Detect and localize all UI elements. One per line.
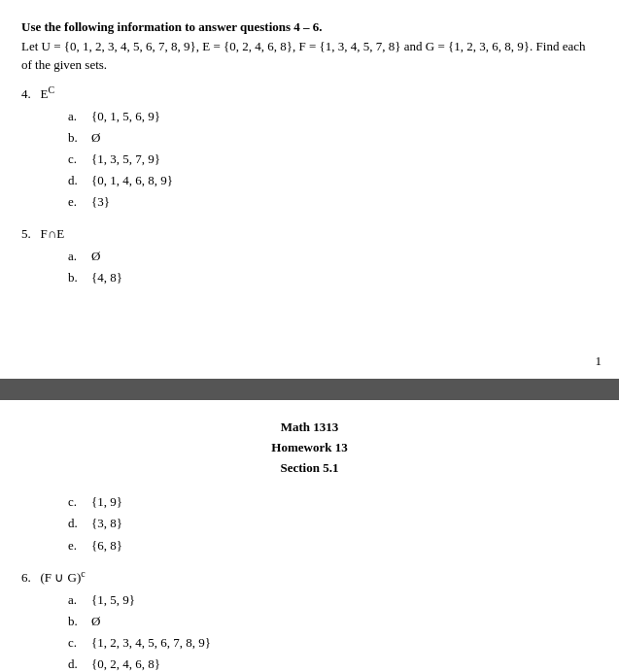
page-bottom: Math 1313 Homework 13 Section 5.1 c. {1,… xyxy=(0,400,619,672)
page-divider xyxy=(0,379,619,400)
header-title1: Math 1313 xyxy=(21,418,598,438)
question-5-block: 5. F∩E a. Ø b. {4, 8} xyxy=(21,226,598,288)
question-6-block: 6. (F ∪ G)c a. {1, 5, 9} b. Ø c. {1, 2, … xyxy=(21,568,598,672)
q5-options: a. Ø b. {4, 8} xyxy=(68,246,598,288)
q4-option-e: e. {3} xyxy=(68,191,598,213)
q4-option-c: c. {1, 3, 5, 7, 9} xyxy=(68,149,598,170)
document-header: Math 1313 Homework 13 Section 5.1 xyxy=(21,418,598,478)
intro-definition: Let U = {0, 1, 2, 3, 4, 5, 6, 7, 8, 9}, … xyxy=(21,37,598,75)
intro-block: Use the following information to answer … xyxy=(21,17,598,75)
q6-expression: (F ∪ G)c xyxy=(41,570,86,585)
q5-continued-options: c. {1, 9} d. {3, 8} e. {6, 8} xyxy=(68,491,598,555)
q6-options: a. {1, 5, 9} b. Ø c. {1, 2, 3, 4, 5, 6, … xyxy=(68,589,598,672)
header-title3: Section 5.1 xyxy=(21,458,598,479)
page-number: 1 xyxy=(596,353,602,369)
question-4-block: 4. EC a. {0, 1, 5, 6, 9} b. Ø c. {1, 3, … xyxy=(21,84,598,214)
question-4-label: 4. EC xyxy=(21,84,598,102)
q6-option-c: c. {1, 2, 3, 4, 5, 6, 7, 8, 9} xyxy=(68,632,598,654)
q4-option-d: d. {0, 1, 4, 6, 8, 9} xyxy=(68,170,598,191)
header-title2: Homework 13 xyxy=(21,438,598,458)
question-6-label: 6. (F ∪ G)c xyxy=(21,568,598,586)
intro-bold-line: Use the following information to answer … xyxy=(21,17,598,37)
q4-option-b: b. Ø xyxy=(68,127,598,149)
q6-option-b: b. Ø xyxy=(68,611,598,632)
page-top: Use the following information to answer … xyxy=(0,0,619,379)
q5-option-c: c. {1, 9} xyxy=(68,491,598,513)
q5-option-b: b. {4, 8} xyxy=(68,267,598,288)
q6-option-d: d. {0, 2, 4, 6, 8} xyxy=(68,654,598,672)
q4-options: a. {0, 1, 5, 6, 9} b. Ø c. {1, 3, 5, 7, … xyxy=(68,106,598,213)
q5-option-e: e. {6, 8} xyxy=(68,535,598,556)
q5-option-a: a. Ø xyxy=(68,246,598,267)
q6-option-a: a. {1, 5, 9} xyxy=(68,589,598,611)
question-5-label: 5. F∩E xyxy=(21,226,598,242)
q5-expression: F∩E xyxy=(41,226,65,241)
q5-option-d: d. {3, 8} xyxy=(68,513,598,534)
q4-option-a: a. {0, 1, 5, 6, 9} xyxy=(68,106,598,127)
